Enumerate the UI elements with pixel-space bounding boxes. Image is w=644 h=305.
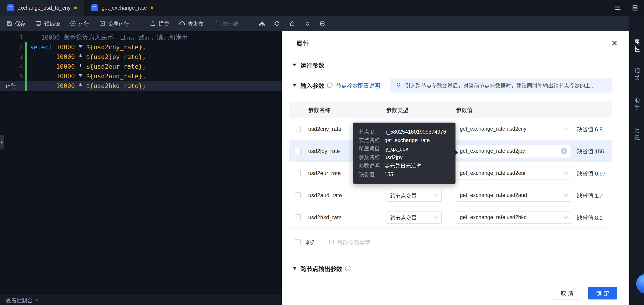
param-value-select[interactable]: get_exchange_rate.usd2eur xyxy=(456,167,571,179)
select-all-checkbox[interactable] xyxy=(294,239,301,245)
section-title: 输入参数 xyxy=(300,81,324,90)
panel-header: 属性 × xyxy=(282,31,629,55)
param-type-select[interactable]: 跨节点变量 xyxy=(386,211,442,224)
tooltip-value: n_5802541601909374976 xyxy=(384,128,446,136)
code-token: * xyxy=(75,44,86,51)
info-icon[interactable]: i xyxy=(327,83,332,88)
row-checkbox[interactable] xyxy=(294,214,301,220)
code-line[interactable]: 3 10000 * ${usd2jpy_rate}, xyxy=(0,52,282,62)
param-name: usd2hkd_rate xyxy=(308,214,386,221)
param-value-select[interactable]: get_exchange_rate.usd2aud xyxy=(456,189,571,202)
sidebar-tab-related[interactable]: 相关 xyxy=(629,68,644,82)
lock-icon[interactable] xyxy=(289,20,296,27)
dag-view-icon[interactable] xyxy=(259,20,265,27)
sql-editor[interactable]: 1-- 10000 美金换算为人民币，日元，欧元，澳元和港币 2select 1… xyxy=(0,31,282,305)
panel-layout-icon[interactable] xyxy=(632,4,638,11)
run-button[interactable]: 运行 xyxy=(70,20,89,28)
modify-param-type-button[interactable]: 修改参数类型 xyxy=(328,238,370,246)
tooltip-value: ly_qx_dev xyxy=(384,145,408,153)
unsaved-dot xyxy=(150,7,153,9)
sidebar-tab-properties[interactable]: 属性 xyxy=(629,39,644,54)
panel-footer: 取消 确定 xyxy=(282,281,629,305)
tab-exchange-usd-to-cny[interactable]: exchange_usd_to_cny xyxy=(0,0,84,16)
console-toggle[interactable]: 查看控制台 xyxy=(0,295,282,305)
change-marker xyxy=(25,42,27,52)
location-pin-icon[interactable] xyxy=(304,20,311,27)
param-value-select[interactable]: get_exchange_rate.usd2cny xyxy=(456,123,571,135)
param-config-doc-link[interactable]: 节点参数配置说明 xyxy=(336,81,380,89)
caret-down-icon xyxy=(292,267,297,270)
row-checkbox[interactable] xyxy=(294,148,301,154)
section-run-params[interactable]: 运行参数 xyxy=(292,59,629,71)
properties-panel: 属性 × 运行参数 输入参数 i 节点参数配置说明 引入跨节点参数变量后，对当前… xyxy=(282,31,629,305)
clear-icon[interactable]: × xyxy=(561,148,567,154)
more-options-icon[interactable] xyxy=(320,20,326,27)
row-checkbox[interactable] xyxy=(294,170,301,176)
code-token: * xyxy=(75,73,86,80)
checkbox-cell xyxy=(289,126,308,132)
run-params-icon xyxy=(99,20,106,27)
precompile-button[interactable]: 预编译 xyxy=(35,20,60,28)
code-token: * xyxy=(75,53,86,60)
row-checkbox[interactable] xyxy=(294,126,301,132)
chevron-down-icon xyxy=(434,192,438,196)
tooltip-label: 节点名称 xyxy=(358,136,384,145)
code-area[interactable]: 1-- 10000 美金换算为人民币，日元，欧元，澳元和港币 2select 1… xyxy=(0,33,282,91)
save-button[interactable]: 保存 xyxy=(6,20,26,28)
checkbox-cell xyxy=(289,192,308,198)
tooltip-row: 缺省值155 xyxy=(358,170,450,179)
default-value-label: 缺省值 6.8 xyxy=(577,125,612,133)
line-number: 4 xyxy=(0,62,23,71)
code-token xyxy=(30,73,56,80)
toolbar-divider xyxy=(249,20,249,27)
tab-get-exchange-rate[interactable]: get_exchange_rate xyxy=(84,0,160,16)
selected-type: 跨节点变量 xyxy=(390,191,432,199)
param-value-select-focused[interactable]: get_exchange_rate.usd2jpy × xyxy=(456,145,571,157)
refresh-icon[interactable] xyxy=(274,20,280,27)
close-icon[interactable]: × xyxy=(612,38,617,48)
menu-icon[interactable] xyxy=(614,4,622,12)
caret-down-icon xyxy=(292,64,297,66)
chevron-down-icon xyxy=(434,214,438,219)
code-line[interactable]: 5 10000 * ${usd2aud_rate}, xyxy=(0,71,282,81)
sidebar-tab-label: 相关 xyxy=(633,68,641,82)
caret-down-icon[interactable] xyxy=(292,84,297,87)
code-token xyxy=(30,63,56,70)
param-type-select[interactable]: 跨节点变量 xyxy=(386,189,442,202)
code-token: ${usd2jpy_rate} xyxy=(86,53,142,60)
ops-button[interactable]: 去运维 xyxy=(213,20,238,28)
tooltip-row: 参数名称usd2jpy xyxy=(358,153,450,162)
run-with-params-button[interactable]: 设参运行 xyxy=(99,20,129,28)
change-marker xyxy=(25,52,27,62)
code-token: * xyxy=(75,63,86,70)
code-token xyxy=(52,44,56,51)
code-line[interactable]: 2select 10000 * ${usd2cny_rate}, xyxy=(0,42,282,52)
code-token: , xyxy=(142,44,146,51)
sidebar-tab-history[interactable]: 历史 xyxy=(629,127,644,142)
selected-type: 跨节点变量 xyxy=(390,213,432,221)
section-cross-node-output[interactable]: 跨节点输出参数 i xyxy=(292,263,629,274)
param-info-tooltip: 节点IDn_5802541601909374976 节点名称get_exchan… xyxy=(353,123,456,184)
right-sidebar: 属性 相关 助手 历史 xyxy=(629,16,644,305)
code-token: 10000 xyxy=(56,73,75,80)
code-token: -- 10000 美金换算为人民币，日元，欧元，澳元和港币 xyxy=(30,34,188,41)
info-icon[interactable]: i xyxy=(345,266,350,271)
chevron-down-icon xyxy=(564,192,568,196)
sidebar-tab-assistant[interactable]: 助手 xyxy=(629,97,644,112)
change-marker xyxy=(25,33,27,42)
code-line[interactable]: 4 10000 * ${usd2eur_rate}, xyxy=(0,62,282,71)
param-value-select[interactable]: get_exchange_rate.usd2hkd xyxy=(456,211,571,224)
code-line-active[interactable]: 运行 10000 * ${usd2hkd_rate}; xyxy=(0,81,282,91)
code-line[interactable]: 1-- 10000 美金换算为人民币，日元，欧元，澳元和港币 xyxy=(0,33,282,42)
run-line-button[interactable]: 运行 xyxy=(6,81,16,91)
row-checkbox[interactable] xyxy=(294,192,301,198)
sidebar-tab-label: 助手 xyxy=(633,97,641,112)
submit-button[interactable]: 提交 xyxy=(150,20,169,28)
publish-button[interactable]: 去发布 xyxy=(179,20,204,28)
chevron-right-icon xyxy=(1,141,3,144)
ok-button[interactable]: 确定 xyxy=(588,287,617,299)
cancel-button[interactable]: 取消 xyxy=(552,287,582,299)
left-panel-expand-handle[interactable] xyxy=(0,135,4,150)
code-text: select 10000 * ${usd2cny_rate}, xyxy=(27,42,146,52)
tab-label: get_exchange_rate xyxy=(102,5,147,11)
